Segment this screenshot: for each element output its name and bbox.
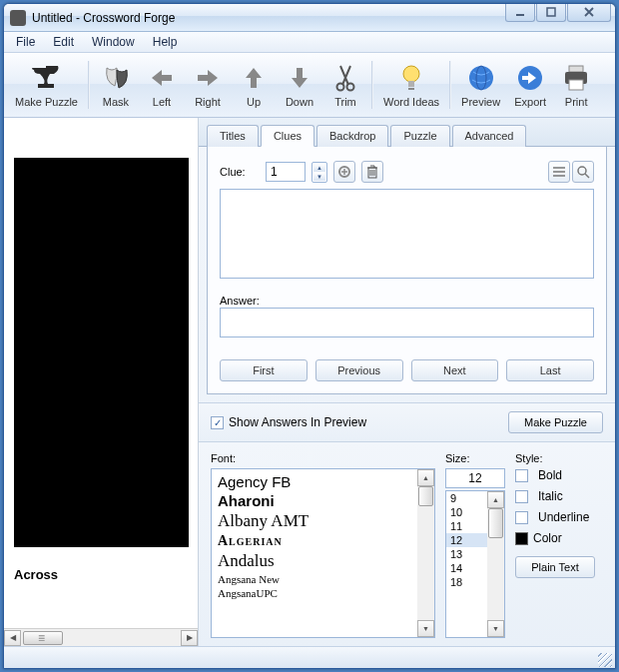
svg-rect-5 [408, 81, 414, 87]
options-row: Show Answers In Preview Make Puzzle [199, 402, 615, 442]
clue-number-field[interactable] [266, 162, 306, 182]
menubar: File Edit Window Help [4, 32, 615, 53]
close-button[interactable] [567, 3, 611, 22]
mask-icon [100, 62, 132, 94]
font-item[interactable]: Algerian [216, 532, 413, 550]
font-listbox[interactable]: Agency FB Aharoni Albany AMT Algerian An… [211, 468, 435, 638]
scroll-thumb[interactable] [488, 508, 503, 538]
next-button[interactable]: Next [411, 359, 499, 381]
first-button[interactable]: First [220, 359, 308, 381]
size-item[interactable]: 13 [446, 547, 487, 561]
scroll-down-button[interactable]: ▼ [487, 620, 504, 637]
across-label: Across [14, 567, 188, 582]
scroll-right-button[interactable]: ▶ [181, 630, 198, 646]
preview-hscrollbar[interactable]: ◀ ▶ [4, 628, 198, 646]
preview-pane: Across ◀ ▶ [4, 118, 199, 646]
menu-help[interactable]: Help [145, 33, 186, 51]
make-puzzle-button[interactable]: Make Puzzle [8, 58, 85, 112]
size-item[interactable]: 12 [446, 533, 487, 547]
globe-icon [465, 62, 497, 94]
font-item[interactable]: AngsanaUPC [216, 586, 413, 600]
svg-rect-12 [569, 80, 583, 90]
up-button[interactable]: Up [231, 58, 277, 112]
scroll-left-button[interactable]: ◀ [4, 630, 21, 646]
scroll-down-button[interactable]: ▼ [417, 620, 434, 637]
font-item[interactable]: Aharoni [216, 491, 413, 510]
gear-plus-icon [337, 165, 351, 179]
titlebar[interactable]: Untitled - Crossword Forge [4, 4, 615, 32]
show-answers-checkbox[interactable] [211, 416, 224, 429]
font-item[interactable]: Angsana New [216, 572, 413, 586]
minimize-button[interactable] [505, 3, 535, 22]
size-listbox[interactable]: 9 10 11 12 13 14 18 ▲ ▼ [445, 490, 505, 638]
last-button[interactable]: Last [506, 359, 594, 381]
make-puzzle-button-small[interactable]: Make Puzzle [508, 411, 603, 433]
size-field[interactable] [445, 468, 505, 488]
italic-checkbox[interactable] [515, 490, 528, 503]
size-item[interactable]: 14 [446, 561, 487, 575]
scroll-up-button[interactable]: ▲ [417, 469, 434, 486]
tab-advanced[interactable]: Advanced [452, 125, 527, 147]
bulb-icon [395, 62, 427, 94]
arrow-down-icon [284, 62, 315, 94]
print-button[interactable]: Print [553, 58, 599, 112]
size-item[interactable]: 10 [446, 505, 487, 519]
size-vscrollbar[interactable]: ▲ ▼ [487, 491, 504, 637]
tab-clues[interactable]: Clues [261, 125, 314, 147]
scroll-up-button[interactable]: ▲ [487, 491, 504, 508]
scroll-thumb[interactable] [23, 631, 63, 645]
font-section: Font: Agency FB Aharoni Albany AMT Alger… [199, 442, 615, 646]
maximize-button[interactable] [536, 3, 566, 22]
left-button[interactable]: Left [139, 58, 185, 112]
menu-file[interactable]: File [8, 33, 43, 51]
menu-window[interactable]: Window [84, 33, 143, 51]
answer-label: Answer: [220, 295, 260, 307]
size-item[interactable]: 11 [446, 519, 487, 533]
svg-rect-0 [516, 14, 524, 16]
mask-button[interactable]: Mask [93, 58, 139, 112]
font-item[interactable]: Albany AMT [216, 510, 413, 532]
trim-button[interactable]: Trim [322, 58, 368, 112]
list-icon [552, 166, 566, 178]
size-item[interactable]: 18 [446, 575, 487, 589]
add-clue-button[interactable] [333, 161, 355, 183]
word-ideas-button[interactable]: Word Ideas [376, 58, 446, 112]
scissors-icon [329, 62, 361, 94]
font-item[interactable]: Andalus [216, 550, 413, 572]
resize-grip-icon[interactable] [598, 653, 612, 667]
show-answers-label: Show Answers In Preview [229, 415, 366, 429]
tab-titles[interactable]: Titles [207, 125, 259, 147]
arrow-left-icon [146, 62, 178, 94]
answer-field[interactable] [220, 308, 594, 337]
size-label: Size: [445, 452, 505, 464]
preview-button[interactable]: Preview [454, 58, 507, 112]
color-swatch[interactable] [515, 532, 528, 545]
statusbar [4, 646, 615, 668]
tab-puzzle[interactable]: Puzzle [390, 125, 449, 147]
clue-spinner[interactable]: ▲ ▼ [311, 162, 327, 183]
arrow-up-icon [238, 62, 270, 94]
bold-checkbox[interactable] [515, 469, 528, 482]
list-view-button[interactable] [548, 161, 570, 183]
clue-text-field[interactable] [220, 189, 594, 279]
down-button[interactable]: Down [277, 58, 322, 112]
menu-edit[interactable]: Edit [45, 33, 82, 51]
previous-button[interactable]: Previous [315, 359, 403, 381]
search-clue-button[interactable] [572, 161, 594, 183]
scroll-thumb[interactable] [418, 486, 433, 506]
export-button[interactable]: Export [507, 58, 553, 112]
font-item[interactable]: Agency FB [216, 472, 413, 491]
font-vscrollbar[interactable]: ▲ ▼ [417, 469, 434, 637]
spinner-up-icon[interactable]: ▲ [313, 164, 325, 172]
puzzle-canvas[interactable] [14, 158, 189, 547]
delete-clue-button[interactable] [361, 161, 383, 183]
italic-label: Italic [538, 489, 563, 503]
size-item[interactable]: 9 [446, 491, 487, 505]
plain-text-button[interactable]: Plain Text [515, 556, 595, 578]
right-button[interactable]: Right [185, 58, 231, 112]
clue-label: Clue: [220, 166, 260, 178]
svg-rect-1 [547, 8, 555, 16]
underline-checkbox[interactable] [515, 511, 528, 524]
tab-backdrop[interactable]: Backdrop [316, 125, 388, 147]
spinner-down-icon[interactable]: ▼ [313, 173, 325, 181]
